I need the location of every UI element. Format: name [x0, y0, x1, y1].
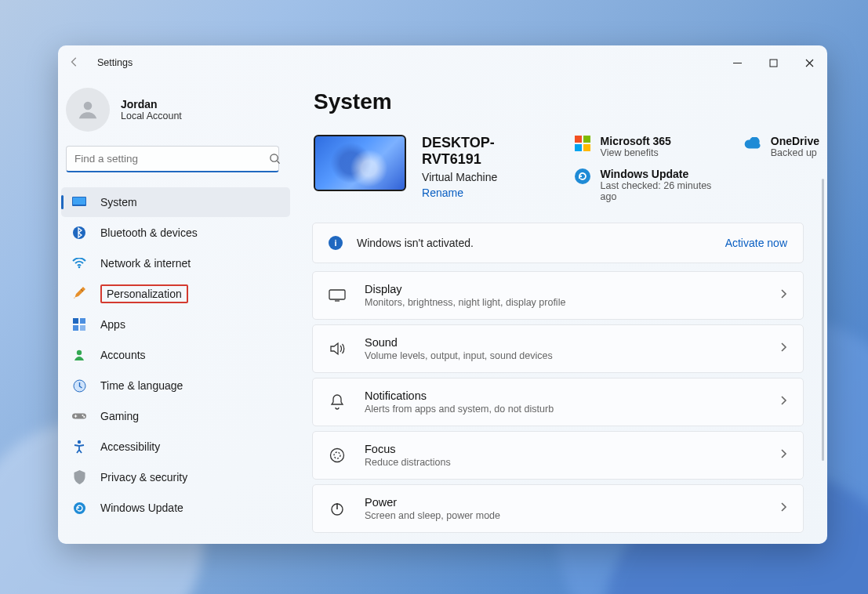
svg-point-15 — [83, 416, 85, 418]
svg-rect-19 — [583, 136, 590, 143]
clock-icon — [72, 379, 86, 393]
maximize-button[interactable] — [755, 45, 791, 80]
service-wu[interactable]: Windows UpdateLast checked: 26 minutes a… — [574, 168, 727, 202]
info-icon: i — [329, 236, 343, 250]
power-icon — [329, 501, 346, 516]
update-icon — [72, 502, 86, 515]
svg-point-16 — [78, 440, 81, 444]
rename-link[interactable]: Rename — [422, 187, 552, 199]
card-display[interactable]: DisplayMonitors, brightness, night light… — [312, 271, 804, 320]
card-title: Power — [365, 496, 500, 509]
card-title: Sound — [365, 336, 553, 349]
main-pane: System DESKTOP-RVT6191 Virtual Machine R… — [301, 80, 827, 544]
scrollbar[interactable] — [822, 179, 824, 461]
card-sub: Screen and sleep, power mode — [365, 510, 500, 521]
nav-item-accessibility[interactable]: Accessibility — [61, 432, 290, 462]
settings-cards: DisplayMonitors, brightness, night light… — [312, 271, 804, 533]
cloud-icon — [744, 135, 761, 152]
chevron-right-icon — [779, 502, 787, 516]
system-header-grid: DESKTOP-RVT6191 Virtual Machine Rename M… — [314, 135, 819, 202]
banner-text: Windows isn't activated. — [357, 237, 474, 249]
nav-item-accounts[interactable]: Accounts — [61, 340, 290, 370]
speaker-icon — [329, 342, 346, 356]
svg-rect-23 — [329, 290, 345, 299]
sidebar: Jordan Local Account SystemBluetooth & d… — [58, 80, 301, 544]
pc-name: DESKTOP-RVT6191 — [422, 135, 552, 168]
accessibility-icon — [72, 440, 86, 454]
window-controls — [719, 45, 827, 80]
nav-item-label: Bluetooth & devices — [100, 226, 198, 239]
chevron-right-icon — [779, 342, 787, 356]
search-input[interactable] — [66, 146, 279, 172]
focus-icon — [329, 447, 346, 463]
svg-rect-21 — [583, 144, 590, 151]
svg-point-14 — [82, 415, 83, 416]
card-sound[interactable]: SoundVolume levels, output, input, sound… — [312, 324, 804, 373]
back-button[interactable] — [69, 56, 86, 70]
svg-rect-7 — [73, 318, 78, 324]
card-title: Focus — [365, 443, 451, 455]
card-sub: Alerts from apps and system, do not dist… — [365, 404, 554, 415]
chevron-right-icon — [779, 448, 787, 462]
service-sub: View benefits — [601, 147, 671, 158]
nav-item-apps[interactable]: Apps — [61, 310, 290, 339]
svg-point-17 — [74, 502, 85, 514]
nav-item-time[interactable]: Time & language — [61, 371, 290, 400]
nav-item-personalization[interactable]: Personalization — [61, 279, 290, 309]
svg-rect-20 — [575, 144, 582, 151]
svg-rect-18 — [575, 136, 582, 143]
paintbrush-icon — [72, 287, 86, 301]
svg-point-6 — [78, 266, 81, 269]
monitor-icon — [72, 197, 86, 208]
nav-item-network[interactable]: Network & internet — [61, 248, 290, 278]
desktop-thumbnail[interactable] — [314, 135, 406, 191]
service-title: OneDrive — [771, 135, 819, 147]
svg-rect-9 — [73, 325, 78, 331]
person-icon — [72, 349, 86, 361]
card-power[interactable]: PowerScreen and sleep, power mode — [312, 484, 804, 533]
nav-item-label: Network & internet — [100, 257, 191, 270]
card-notifications[interactable]: NotificationsAlerts from apps and system… — [312, 378, 804, 426]
wifi-icon — [72, 258, 86, 269]
svg-point-25 — [334, 452, 340, 458]
svg-rect-0 — [770, 60, 777, 67]
apps-icon — [72, 318, 86, 331]
nav-item-label: Accessibility — [100, 440, 160, 453]
svg-point-11 — [77, 350, 82, 355]
nav-item-privacy[interactable]: Privacy & security — [61, 462, 290, 492]
svg-point-2 — [271, 154, 278, 161]
bluetooth-icon — [72, 226, 86, 240]
nav-item-label: Accounts — [100, 349, 146, 361]
svg-rect-10 — [80, 325, 85, 331]
activate-link[interactable]: Activate now — [725, 237, 787, 249]
nav-item-gaming[interactable]: Gaming — [61, 401, 290, 431]
svg-rect-4 — [73, 197, 85, 205]
minimize-button[interactable] — [719, 45, 755, 80]
display-icon — [329, 289, 346, 302]
account-subtitle: Local Account — [121, 110, 182, 121]
shield-icon — [72, 470, 86, 484]
account-block[interactable]: Jordan Local Account — [61, 80, 290, 146]
search-icon — [269, 153, 281, 168]
nav-item-update[interactable]: Windows Update — [61, 493, 290, 523]
service-title: Windows Update — [601, 168, 727, 180]
nav-item-label: Personalization — [100, 284, 188, 303]
service-sub: Backed up — [771, 147, 819, 158]
chevron-right-icon — [779, 288, 787, 302]
avatar — [66, 88, 110, 132]
svg-point-22 — [575, 168, 590, 184]
nav-item-system[interactable]: System — [61, 187, 290, 217]
account-name: Jordan — [121, 98, 182, 110]
nav-item-label: Time & language — [100, 379, 183, 392]
close-button[interactable] — [791, 45, 827, 80]
card-sub: Monitors, brightness, night light, displ… — [365, 297, 565, 308]
nav-item-bluetooth[interactable]: Bluetooth & devices — [61, 218, 290, 248]
search-box — [66, 146, 290, 172]
nav-item-label: Windows Update — [100, 502, 183, 514]
svg-rect-8 — [80, 318, 85, 324]
nav: SystemBluetooth & devicesNetwork & inter… — [61, 187, 290, 544]
service-onedrive[interactable]: OneDriveBacked up — [744, 135, 819, 158]
card-focus[interactable]: FocusReduce distractions — [312, 431, 804, 480]
pc-block: DESKTOP-RVT6191 Virtual Machine Rename — [314, 135, 552, 202]
service-m365[interactable]: Microsoft 365View benefits — [574, 135, 727, 158]
